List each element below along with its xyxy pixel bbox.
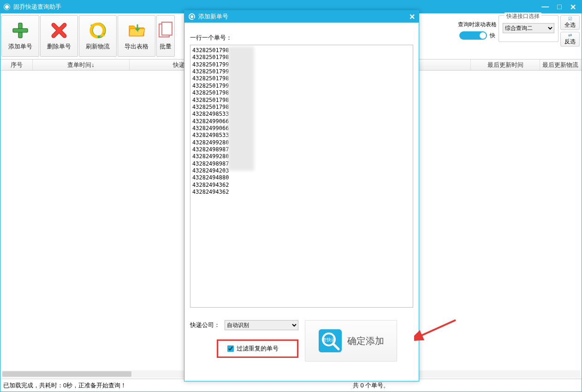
window-controls: — □ ✕ (541, 3, 579, 12)
modal-title-bar: 添加新单号 ✕ (184, 11, 419, 23)
company-label: 快递公司： (190, 321, 220, 329)
batch-button[interactable]: 批量 (156, 15, 175, 57)
company-row: 快递公司： 自动识别 (190, 320, 298, 330)
filter-duplicates-label: 过滤重复的单号 (237, 344, 279, 353)
status-count: 共 0 个单号。 (349, 381, 582, 390)
col-last-update-time[interactable]: 最后更新时间 (471, 59, 540, 70)
close-button[interactable]: ✕ (570, 3, 576, 12)
refresh-button[interactable]: 刷新物流 (79, 15, 117, 57)
tracking-numbers-textarea[interactable] (190, 45, 413, 308)
confirm-label: 确定添加 (347, 335, 384, 347)
company-select[interactable]: 自动识别 (225, 320, 298, 330)
x-icon (50, 21, 68, 40)
app-icon (3, 3, 11, 11)
refresh-icon (89, 21, 107, 40)
api-select[interactable]: 综合查询二 (503, 23, 554, 33)
svg-rect-6 (162, 22, 172, 35)
swap-icon: ⇄ (568, 33, 572, 38)
confirm-add-button[interactable]: 查快递 确定添加 (305, 320, 397, 362)
col-index[interactable]: 序号 (0, 59, 33, 70)
maximize-button[interactable]: □ (557, 3, 562, 12)
select-all-button[interactable]: ☑ 全选 (560, 15, 580, 30)
selection-buttons: ☑ 全选 ⇄ 反选 (560, 15, 580, 47)
col-last-update-info[interactable]: 最后更新物流 (540, 59, 581, 70)
col-query-time[interactable]: 查单时间↓ (33, 59, 130, 70)
check-icon: ☑ (568, 16, 572, 21)
modal-body: 一行一个单号： 快递公司： 自动识别 过滤重复的单号 (184, 23, 419, 366)
batch-icon (156, 21, 175, 40)
svg-text:查快递: 查快递 (322, 337, 336, 342)
scrollbar-thumb[interactable] (2, 371, 131, 377)
modal-title: 添加新单号 (198, 12, 409, 21)
invert-selection-button[interactable]: ⇄ 反选 (560, 32, 580, 47)
scroll-toggle[interactable] (459, 31, 487, 40)
add-tracking-button[interactable]: 添加单号 (1, 15, 39, 57)
input-label: 一行一个单号： (190, 34, 413, 42)
minimize-button[interactable]: — (541, 3, 549, 12)
modal-close-button[interactable]: ✕ (409, 12, 415, 21)
filter-duplicates-box: 过滤重复的单号 (217, 339, 298, 358)
toolbar-right: 查询时滚动表格 快 快递接口选择 综合查询二 ☑ 全选 ⇄ (458, 15, 580, 47)
svg-rect-4 (13, 29, 28, 32)
add-tracking-modal: 添加新单号 ✕ 一行一个单号： 快递公司： 自动识别 过滤重复的单号 (184, 10, 419, 381)
modal-icon (188, 13, 196, 20)
filter-duplicates-checkbox[interactable] (227, 345, 234, 352)
folder-icon (127, 21, 146, 40)
delete-tracking-button[interactable]: 删除单号 (40, 15, 78, 57)
scroll-option: 查询时滚动表格 快 (458, 15, 497, 40)
search-express-icon: 查快递 (318, 328, 343, 353)
export-button[interactable]: 导出表格 (118, 15, 155, 57)
status-left: 已加载完成，共耗时：0秒，正准备开始查询！ (0, 381, 349, 390)
modal-lower: 快递公司： 自动识别 过滤重复的单号 查快递 (190, 320, 413, 362)
api-select-group: 快递接口选择 综合查询二 (499, 15, 558, 42)
plus-icon (11, 21, 30, 40)
